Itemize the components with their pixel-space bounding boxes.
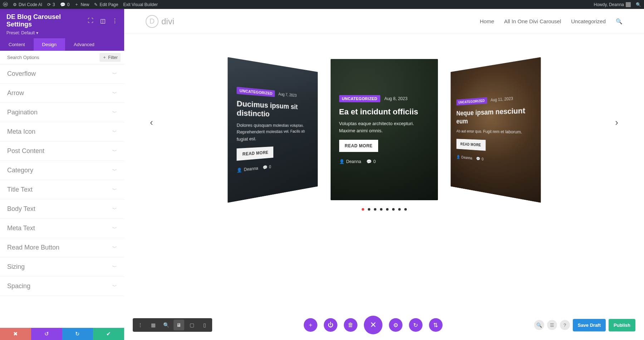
tab-advanced[interactable]: Advanced [65,38,103,51]
option-row-body-text[interactable]: Body Text﹀ [0,199,124,219]
read-more-button[interactable]: READ MORE [339,140,379,152]
option-row-title-text[interactable]: Title Text﹀ [0,180,124,199]
confirm-button[interactable]: ✔ [93,328,124,340]
option-row-category[interactable]: Category﹀ [0,161,124,180]
read-more-button[interactable]: READ MORE [456,139,486,151]
pagination-dot[interactable] [398,208,401,211]
edit-page-link[interactable]: ✎Edit Page [94,2,118,7]
tab-content[interactable]: Content [0,38,34,51]
wp-admin-bar: ⓦ ⚙Divi Code AI ⟳3 💬0 ＋New ✎Edit Page Ex… [0,0,644,9]
canvas: D divi Home All In One Divi Carousel Unc… [124,9,644,340]
carousel-card[interactable]: UNCATEGORIZED Aug 8, 2023 Ea et incidunt… [331,59,438,200]
search-icon[interactable]: 🔍 [636,2,641,7]
read-more-button[interactable]: READ MORE [236,147,273,161]
option-row-meta-text[interactable]: Meta Text﹀ [0,219,124,238]
publish-button[interactable]: Publish [609,319,635,331]
settings-button[interactable]: ⚙ [389,318,402,332]
option-row-arrow[interactable]: Arrow﹀ [0,84,124,103]
desktop-icon[interactable]: 🖥 [174,320,184,330]
redo-button[interactable]: ↻ [62,328,93,340]
sidebar-title: DE Blog Carousel Settings [6,13,88,28]
option-label: Body Text [7,205,35,213]
chevron-down-icon: ﹀ [112,167,117,174]
nav-search-icon[interactable]: 🔍 [616,18,623,25]
pagination-dot[interactable] [404,208,407,211]
portability-icon[interactable]: 🔍 [534,320,544,330]
nav-uncategorized[interactable]: Uncategorized [571,18,606,24]
close-builder-button[interactable]: ✕ [364,316,382,334]
dock-icon[interactable]: ◫ [100,18,106,24]
post-comments[interactable]: 💬0 [263,164,271,170]
post-comments[interactable]: 💬0 [366,159,376,164]
post-title[interactable]: Neque ipsam nesciunt eum [456,106,532,125]
post-date: Aug 11, 2023 [491,96,513,103]
post-title[interactable]: Ea et incidunt officiis [339,107,429,117]
option-row-coverflow[interactable]: Coverflow﹀ [0,64,124,84]
site-nav: Home All In One Divi Carousel Uncategori… [480,18,623,25]
post-author[interactable]: 👤Deanna [339,159,361,164]
help-icon[interactable]: ? [560,320,570,330]
nav-carousel[interactable]: All In One Divi Carousel [504,18,561,24]
pagination-dot[interactable] [368,208,370,211]
sort-button[interactable]: ⇅ [429,318,443,332]
pagination-dot[interactable] [374,208,376,211]
add-button[interactable]: ＋ [304,318,317,332]
filter-button[interactable]: ＋Filter [99,53,121,62]
option-row-spacing[interactable]: Spacing﹀ [0,277,124,296]
pagination-dot[interactable] [362,208,364,211]
mobile-icon[interactable]: ▯ [199,320,210,330]
settings-tabs: Content Design Advanced [0,38,124,51]
pagination-dot[interactable] [380,208,382,211]
post-comments[interactable]: 💬0 [476,156,483,161]
category-badge[interactable]: UNCATEGORIZED [339,95,380,102]
site-header: D divi Home All In One Divi Carousel Unc… [124,9,644,34]
wp-logo[interactable]: ⓦ [3,1,8,8]
nav-home[interactable]: Home [480,18,494,24]
pagination-dot[interactable] [392,208,395,211]
chevron-down-icon: ﹀ [112,109,117,116]
trash-button[interactable]: 🗑 [344,318,357,332]
chevron-down-icon: ﹀ [112,225,117,232]
option-row-sizing[interactable]: Sizing﹀ [0,257,124,277]
preset-selector[interactable]: Preset: Default▾ [6,30,118,35]
search-filter-row: ＋Filter [0,51,124,64]
history-button[interactable]: ↻ [409,318,423,332]
layers-icon[interactable]: ☰ [547,320,557,330]
updates-link[interactable]: ⟳3 [47,2,55,7]
category-badge[interactable]: UNCATEGORIZED [456,97,487,105]
chevron-down-icon: ﹀ [112,148,117,154]
site-logo[interactable]: D divi [146,15,174,28]
howdy-link[interactable]: Howdy, Deanna [594,2,631,7]
option-label: Meta Text [7,225,35,232]
option-label: Meta Icon [7,128,35,135]
zoom-icon[interactable]: 🔍 [161,320,171,330]
undo-button[interactable]: ↺ [31,328,62,340]
option-row-read-more-button[interactable]: Read More Button﹀ [0,238,124,257]
post-author[interactable]: 👤Deanna [456,154,472,160]
option-row-pagination[interactable]: Pagination﹀ [0,103,124,122]
search-options-input[interactable] [7,55,99,60]
option-row-post-content[interactable]: Post Content﹀ [0,142,124,161]
option-row-meta-icon[interactable]: Meta Icon﹀ [0,122,124,142]
save-draft-button[interactable]: Save Draft [573,319,606,331]
options-icon[interactable]: ⋮ [135,320,146,330]
carousel-card[interactable]: UNCATEGORIZED Aug 11, 2023 Neque ipsam n… [450,57,541,203]
power-button[interactable]: ⏻ [324,318,337,332]
focus-icon[interactable]: ⛶ [88,18,93,24]
cancel-button[interactable]: ✖ [0,328,31,340]
site-name-link[interactable]: ⚙Divi Code AI [13,2,42,7]
more-icon[interactable]: ⋮ [112,18,118,24]
comment-icon: 💬 [476,156,480,161]
add-new-link[interactable]: ＋New [74,1,89,8]
comments-link[interactable]: 💬0 [60,2,70,7]
tablet-icon[interactable]: ▢ [186,320,197,330]
wireframe-icon[interactable]: ▦ [148,320,158,330]
carousel-next-arrow[interactable]: › [615,117,618,128]
sidebar-header: DE Blog Carousel Settings ⛶ ◫ ⋮ Preset: … [0,9,124,38]
exit-visual-builder-link[interactable]: Exit Visual Builder [123,2,158,7]
option-label: Spacing [7,282,30,290]
post-title[interactable]: Ducimus ipsum sit distinctio [236,99,312,120]
carousel-card[interactable]: UNCATEGORIZED Aug 7, 2023 Ducimus ipsum … [228,57,318,203]
tab-design[interactable]: Design [34,38,65,51]
pagination-dot[interactable] [386,208,389,211]
